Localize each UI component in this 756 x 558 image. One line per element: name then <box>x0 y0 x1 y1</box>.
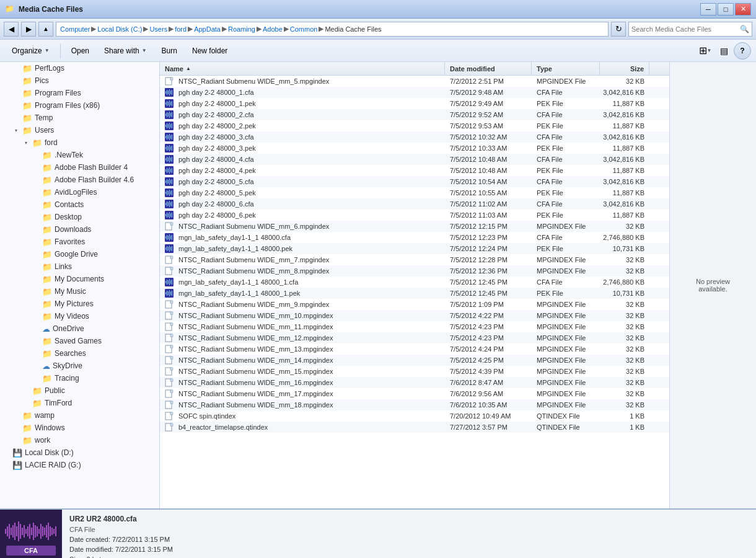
share-with-button[interactable]: Share with ▼ <box>97 42 154 60</box>
table-row[interactable]: NTSC_Radiant Submenu WIDE_mm_11.mpgindex… <box>160 321 669 332</box>
breadcrumb-ford[interactable]: ford <box>175 25 187 33</box>
preview-pane-button[interactable]: ▤ <box>715 42 732 60</box>
table-row[interactable]: NTSC_Radiant Submenu WIDE_mm_6.mpgindex7… <box>160 221 669 232</box>
sidebar-item-favoritesfolder[interactable]: 📁Favorites <box>0 236 159 248</box>
sidebar-item-myvideosfolder[interactable]: 📁My Videos <box>0 310 159 322</box>
column-header-size[interactable]: Size <box>600 62 649 75</box>
sidebar-item-skydriveconfolder[interactable]: ☁SkyDrive <box>0 360 159 372</box>
burn-button[interactable]: Burn <box>155 42 184 60</box>
column-header-type[interactable]: Type <box>532 62 600 75</box>
sidebar-item-wampfolder[interactable]: 📁wamp <box>0 409 159 422</box>
table-row[interactable]: NTSC_Radiant Submenu WIDE_mm_12.mpgindex… <box>160 332 669 343</box>
table-row[interactable]: mgn_lab_safety_day1-1_1 48000_1.pek7/5/2… <box>160 288 669 299</box>
table-row[interactable]: pgh day 2-2 48000_1.pek7/5/2012 9:49 AMP… <box>160 98 669 109</box>
sidebar-item-fordfolder[interactable]: ▾📁ford <box>0 136 159 149</box>
table-row[interactable]: NTSC_Radiant Submenu WIDE_mm_17.mpgindex… <box>160 388 669 399</box>
table-row[interactable]: NTSC_Radiant Submenu WIDE_mm_5.mpgindex7… <box>160 76 669 87</box>
sidebar-item-tracingfolder[interactable]: 📁Tracing <box>0 372 159 384</box>
table-row[interactable]: pgh day 2-2 48000_4.cfa7/5/2012 10:48 AM… <box>160 154 669 165</box>
minimize-button[interactable]: ─ <box>700 3 716 16</box>
search-bar[interactable]: 🔍 <box>628 22 752 37</box>
sidebar-item-mymusicfolder[interactable]: 📁My Music <box>0 285 159 298</box>
sidebar-item-searchesfolder[interactable]: 📁Searches <box>0 347 159 360</box>
sidebar-item-usersfolder[interactable]: ▾📁Users <box>0 124 159 136</box>
table-row[interactable]: pgh day 2-2 48000_4.pek7/5/2012 10:48 AM… <box>160 165 669 176</box>
table-row[interactable]: pgh day 2-2 48000_3.cfa7/5/2012 10:32 AM… <box>160 131 669 143</box>
sidebar-item-newtekfolder[interactable]: 📁.NewTek <box>0 149 159 161</box>
organize-button[interactable]: Organize ▼ <box>5 42 56 60</box>
view-options-button[interactable]: ⊞ ▼ <box>697 42 714 60</box>
breadcrumb-appdata[interactable]: AppData <box>194 25 221 33</box>
sidebar-item-googledriveconfolder[interactable]: 📁Google Drive <box>0 248 159 260</box>
sidebar-item-avidlogfilesfolder[interactable]: 📁AvidLogFiles <box>0 186 159 198</box>
sidebar-item-publicfolder[interactable]: 📁Public <box>0 384 159 397</box>
breadcrumb-computer[interactable]: Computer <box>60 25 90 33</box>
sidebar-item-programfilesx86folder[interactable]: 📁Program Files (x86) <box>0 99 159 112</box>
column-header-date[interactable]: Date modified <box>445 62 532 75</box>
column-header-name[interactable]: Name ▲ <box>160 62 445 75</box>
table-row[interactable]: mgn_lab_safety_day1-1_1 48000_1.cfa7/5/2… <box>160 277 669 288</box>
breadcrumb-common[interactable]: Common <box>290 25 318 33</box>
open-button[interactable]: Open <box>64 42 96 60</box>
table-row[interactable]: NTSC_Radiant Submenu WIDE_mm_16.mpgindex… <box>160 377 669 388</box>
breadcrumb-adobe[interactable]: Adobe <box>263 25 283 33</box>
sidebar-item-adobeflashbuilder4folder[interactable]: 📁Adobe Flash Builder 4 <box>0 161 159 174</box>
table-row[interactable]: pgh day 2-2 48000_5.pek7/5/2012 10:55 AM… <box>160 187 669 198</box>
sidebar-item-workfolder[interactable]: 📁work <box>0 434 159 446</box>
table-row[interactable]: NTSC_Radiant Submenu WIDE_mm_8.mpgindex7… <box>160 265 669 277</box>
table-row[interactable]: NTSC_Radiant Submenu WIDE_mm_15.mpgindex… <box>160 366 669 377</box>
breadcrumb-mediacachefiles[interactable]: Media Cache Files <box>325 25 381 33</box>
sidebar-item-picsfolder[interactable]: 📁Pics <box>0 74 159 87</box>
sidebar-item-localdiskdfolder[interactable]: 💾Local Disk (D:) <box>0 446 159 459</box>
close-button[interactable]: ✕ <box>735 3 751 16</box>
sidebar-item-lacieraidfolder[interactable]: 💾LACIE RAID (G:) <box>0 459 159 471</box>
table-row[interactable]: b4_reactor_timelapse.qtindex7/27/2012 3:… <box>160 422 669 433</box>
up-button[interactable]: ▲ <box>38 22 53 37</box>
sidebar-item-desktopfolder[interactable]: 📁Desktop <box>0 211 159 223</box>
table-row[interactable]: NTSC_Radiant Submenu WIDE_mm_13.mpgindex… <box>160 343 669 355</box>
sidebar-item-downloadsfolder[interactable]: 📁Downloads <box>0 223 159 236</box>
sidebar-item-adobeflashbuilder46folder[interactable]: 📁Adobe Flash Builder 4.6 <box>0 174 159 186</box>
table-row[interactable]: pgh day 2-2 48000_1.cfa7/5/2012 9:48 AMC… <box>160 87 669 98</box>
breadcrumb-roaming[interactable]: Roaming <box>228 25 255 33</box>
table-row[interactable]: pgh day 2-2 48000_6.pek7/5/2012 11:03 AM… <box>160 210 669 221</box>
sidebar-item-tempfolder[interactable]: 📁Temp <box>0 112 159 124</box>
table-row[interactable]: pgh day 2-2 48000_5.cfa7/5/2012 10:54 AM… <box>160 176 669 187</box>
file-type: MPGINDEX File <box>532 399 600 410</box>
table-row[interactable]: mgn_lab_safety_day1-1_1 48000.pek7/5/201… <box>160 243 669 254</box>
table-row[interactable]: pgh day 2-2 48000_6.cfa7/5/2012 11:02 AM… <box>160 198 669 210</box>
help-button[interactable]: ? <box>734 42 751 60</box>
table-row[interactable]: NTSC_Radiant Submenu WIDE_mm_9.mpgindex7… <box>160 299 669 310</box>
maximize-button[interactable]: □ <box>718 3 734 16</box>
table-row[interactable]: SOFC spin.qtindex7/20/2012 10:49 AMQTIND… <box>160 410 669 422</box>
table-row[interactable]: NTSC_Radiant Submenu WIDE_mm_18.mpgindex… <box>160 399 669 410</box>
sidebar-item-mypicturesfolder[interactable]: 📁My Pictures <box>0 298 159 310</box>
toolbar: Organize ▼ Open Share with ▼ Burn New fo… <box>0 40 756 62</box>
breadcrumb-users[interactable]: Users <box>149 25 167 33</box>
table-row[interactable]: NTSC_Radiant Submenu WIDE_mm_14.mpgindex… <box>160 355 669 366</box>
sidebar-item-savedgamesfolder[interactable]: 📁Saved Games <box>0 335 159 347</box>
sidebar-item-mydocsfolder[interactable]: 📁My Documents <box>0 273 159 285</box>
new-folder-button[interactable]: New folder <box>185 42 234 60</box>
sidebar-item-windowsfolder[interactable]: 📁Windows <box>0 422 159 434</box>
sidebar-item-onedrivefolder[interactable]: ☁OneDrive <box>0 322 159 335</box>
sidebar-item-programfilesfolder[interactable]: 📁Program Files <box>0 87 159 99</box>
sidebar-item-contactsfolder[interactable]: 📁Contacts <box>0 198 159 211</box>
file-list-body[interactable]: NTSC_Radiant Submenu WIDE_mm_5.mpgindex7… <box>160 76 669 508</box>
table-row[interactable]: pgh day 2-2 48000_2.pek7/5/2012 9:53 AMP… <box>160 120 669 131</box>
search-input[interactable] <box>631 25 740 33</box>
table-row[interactable]: mgn_lab_safety_day1-1_1 48000.cfa7/5/201… <box>160 232 669 243</box>
sidebar-item-timfordfolder[interactable]: 📁TimFord <box>0 397 159 409</box>
back-button[interactable]: ◀ <box>4 22 19 37</box>
breadcrumb-localdisk[interactable]: Local Disk (C:) <box>97 25 142 33</box>
sidebar-item-linksfolder[interactable]: 📁Links <box>0 260 159 273</box>
forward-button[interactable]: ▶ <box>21 22 36 37</box>
table-row[interactable]: NTSC_Radiant Submenu WIDE_mm_10.mpgindex… <box>160 310 669 321</box>
table-row[interactable]: pgh day 2-2 48000_3.pek7/5/2012 10:33 AM… <box>160 143 669 154</box>
sidebar-item-perflogsfolder[interactable]: 📁PerfLogs <box>0 62 159 74</box>
table-row[interactable]: NTSC_Radiant Submenu WIDE_mm_7.mpgindex7… <box>160 254 669 265</box>
refresh-button[interactable]: ↻ <box>611 22 626 37</box>
sidebar-scroll[interactable]: 📁PerfLogs📁Pics📁Program Files📁Program Fil… <box>0 62 159 508</box>
table-row[interactable]: pgh day 2-2 48000_2.cfa7/5/2012 9:52 AMC… <box>160 109 669 120</box>
breadcrumb[interactable]: Computer ▶ Local Disk (C:) ▶ Users ▶ for… <box>56 22 609 37</box>
